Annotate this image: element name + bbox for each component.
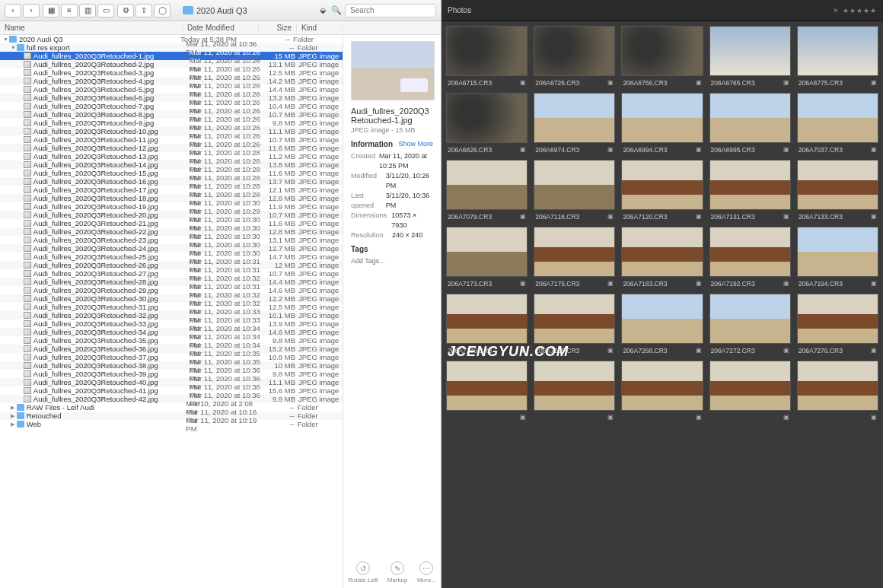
file-row[interactable]: Audi_fullres_2020Q3Retouched-4.jpgMar 11… [0,77,343,85]
thumbnail[interactable]: 206A6756.CR3▣ [621,26,703,87]
file-row[interactable]: Audi_fullres_2020Q3Retouched-32.jpgMar 1… [0,311,343,319]
arrange-button[interactable]: ⚙ [117,4,134,17]
col-date[interactable]: Date Modified [183,24,259,32]
thumbnail[interactable]: 206A6994.CR3▣ [621,93,703,154]
file-list[interactable]: ▼2020 Audi Q3Today at 5:38 PM--Folder▼fu… [0,35,343,588]
file-row[interactable]: Audi_fullres_2020Q3Retouched-13.jpgMar 1… [0,152,343,161]
file-row[interactable]: Audi_fullres_2020Q3Retouched-33.jpgMar 1… [0,319,343,328]
file-row[interactable]: Audi_fullres_2020Q3Retouched-23.jpgMar 1… [0,236,343,244]
share-button[interactable]: ⇪ [135,4,152,17]
file-row[interactable]: Audi_fullres_2020Q3Retouched-9.jpgMar 11… [0,119,343,127]
file-row[interactable]: Audi_fullres_2020Q3Retouched-35.jpgMar 1… [0,336,343,345]
thumbnail[interactable]: ▣ [446,361,528,421]
rotate-left-button[interactable]: ↺Rotate Left [348,561,378,583]
file-row[interactable]: ▶RetouchedMar 11, 2020 at 10:16 PM--Fold… [0,412,343,420]
file-row[interactable]: Audi_fullres_2020Q3Retouched-20.jpgMar 1… [0,211,343,219]
file-row[interactable]: ▼2020 Audi Q3Today at 5:38 PM--Folder [0,35,343,43]
file-row[interactable]: ▶WebMar 11, 2020 at 10:19 PM--Folder [0,420,343,428]
file-row[interactable]: ▶RAW Files - Leif AudiMar 10, 2020 at 2:… [0,403,343,412]
file-row[interactable]: Audi_fullres_2020Q3Retouched-3.jpgMar 11… [0,68,343,77]
thumbnail[interactable]: 206A7120.CR3▣ [621,160,703,221]
view-column-button[interactable]: ▥ [79,4,96,17]
more-button[interactable]: ⋯More... [417,561,436,583]
tags-input[interactable] [351,257,433,265]
thumbnail[interactable]: 206A7116.CR3▣ [534,160,615,221]
view-gallery-button[interactable]: ▭ [97,4,114,17]
markup-button[interactable]: ✎Markup [387,561,408,583]
thumbnail[interactable]: 206A7133.CR3▣ [797,160,878,221]
thumbnail[interactable]: 206A6826.CR3▣ [446,93,528,154]
file-row[interactable]: Audi_fullres_2020Q3Retouched-6.jpgMar 11… [0,94,343,102]
file-row[interactable]: Audi_fullres_2020Q3Retouched-40.jpgMar 1… [0,378,343,386]
file-row[interactable]: Audi_fullres_2020Q3Retouched-5.jpgMar 11… [0,85,343,94]
file-row[interactable]: Audi_fullres_2020Q3Retouched-10.jpgMar 1… [0,127,343,135]
file-row[interactable]: Audi_fullres_2020Q3Retouched-21.jpgMar 1… [0,219,343,227]
file-row[interactable]: Audi_fullres_2020Q3Retouched-39.jpgMar 1… [0,370,343,378]
tag-button[interactable]: ◯ [154,4,171,17]
file-row[interactable]: Audi_fullres_2020Q3Retouched-11.jpgMar 1… [0,135,343,144]
thumbnail[interactable]: 206A7175.CR3▣ [534,227,615,288]
file-row[interactable]: Audi_fullres_2020Q3Retouched-22.jpgMar 1… [0,227,343,236]
thumbnail[interactable]: 206A7268.CR3▣ [621,294,703,354]
file-row[interactable]: Audi_fullres_2020Q3Retouched-18.jpgMar 1… [0,194,343,202]
col-size[interactable]: Size [259,24,297,32]
thumbnail[interactable]: 206A7173.CR3▣ [446,227,528,288]
thumbnail[interactable]: 206A7192.CR3▣ [709,227,791,288]
rating-filter[interactable]: ✕ ★★★★★ [833,7,877,14]
col-kind[interactable]: Kind [297,24,343,32]
view-list-button[interactable]: ≡ [61,4,78,17]
photos-tab[interactable]: Photos [448,6,471,14]
file-row[interactable]: Audi_fullres_2020Q3Retouched-26.jpgMar 1… [0,261,343,269]
dropbox-icon[interactable]: ⬙ [317,5,328,16]
thumbnail[interactable]: 206A6995.CR3▣ [709,93,791,154]
file-row[interactable]: Audi_fullres_2020Q3Retouched-27.jpgMar 1… [0,269,343,278]
thumbnail[interactable]: 206A6765.CR3▣ [709,26,791,87]
file-row[interactable]: Audi_fullres_2020Q3Retouched-17.jpgMar 1… [0,186,343,194]
file-row[interactable]: Audi_fullres_2020Q3Retouched-24.jpgMar 1… [0,244,343,253]
thumbnail[interactable]: ▣ [621,361,703,421]
file-row[interactable]: Audi_fullres_2020Q3Retouched-34.jpgMar 1… [0,328,343,336]
thumbnail[interactable]: 206A6715.CR3▣ [446,26,528,87]
show-more-link[interactable]: Show More [398,140,433,148]
thumbnail[interactable]: 206A6726.CR3▣ [534,26,615,87]
thumbnail-grid[interactable]: 206A6715.CR3▣206A6726.CR3▣206A6756.CR3▣2… [442,21,883,588]
file-row[interactable]: Audi_fullres_2020Q3Retouched-41.jpgMar 1… [0,386,343,395]
forward-button[interactable]: › [23,4,40,17]
thumbnail[interactable]: 206A7079.CR3▣ [446,160,528,221]
file-row[interactable]: Audi_fullres_2020Q3Retouched-8.jpgMar 11… [0,110,343,119]
thumbnail[interactable]: ▣ [797,361,878,421]
file-row[interactable]: Audi_fullres_2020Q3Retouched-16.jpgMar 1… [0,177,343,186]
thumbnail[interactable]: ▣ [709,361,791,421]
file-row[interactable]: Audi_fullres_2020Q3Retouched-1.jpgMar 11… [0,52,343,60]
file-row[interactable]: Audi_fullres_2020Q3Retouched-12.jpgMar 1… [0,144,343,152]
file-row[interactable]: Audi_fullres_2020Q3Retouched-28.jpgMar 1… [0,278,343,286]
file-row[interactable]: ▼full res exportMar 11, 2020 at 10:36 PM… [0,43,343,52]
thumbnail[interactable]: ▣ [534,361,615,421]
file-row[interactable]: Audi_fullres_2020Q3Retouched-2.jpgMar 11… [0,60,343,68]
thumbnail[interactable]: 206A6974.CR3▣ [534,93,615,154]
col-name[interactable]: Name [0,24,183,32]
file-row[interactable]: Audi_fullres_2020Q3Retouched-15.jpgMar 1… [0,169,343,177]
file-row[interactable]: Audi_fullres_2020Q3Retouched-36.jpgMar 1… [0,345,343,353]
file-row[interactable]: Audi_fullres_2020Q3Retouched-7.jpgMar 11… [0,102,343,110]
file-row[interactable]: Audi_fullres_2020Q3Retouched-42.jpgMar 1… [0,395,343,403]
file-row[interactable]: Audi_fullres_2020Q3Retouched-38.jpgMar 1… [0,361,343,370]
file-row[interactable]: Audi_fullres_2020Q3Retouched-30.jpgMar 1… [0,294,343,303]
file-row[interactable]: Audi_fullres_2020Q3Retouched-19.jpgMar 1… [0,202,343,211]
file-row[interactable]: Audi_fullres_2020Q3Retouched-37.jpgMar 1… [0,353,343,361]
path-bar[interactable]: 2020 Audi Q3 [183,6,247,15]
file-row[interactable]: Audi_fullres_2020Q3Retouched-29.jpgMar 1… [0,286,343,294]
thumbnail[interactable]: 206A6775.CR3▣ [797,26,878,87]
view-icon-button[interactable]: ▦ [43,4,59,17]
thumbnail[interactable]: 206A7272.CR3▣ [709,294,791,354]
file-row[interactable]: Audi_fullres_2020Q3Retouched-14.jpgMar 1… [0,161,343,169]
thumbnail[interactable]: 206A7183.CR3▣ [621,227,703,288]
thumbnail[interactable]: 206A7276.CR3▣ [797,294,878,354]
back-button[interactable]: ‹ [5,4,21,17]
thumbnail[interactable]: 206A7194.CR3▣ [797,227,878,288]
thumbnail[interactable]: 206A7131.CR3▣ [709,160,791,221]
file-row[interactable]: Audi_fullres_2020Q3Retouched-31.jpgMar 1… [0,303,343,311]
file-row[interactable]: Audi_fullres_2020Q3Retouched-25.jpgMar 1… [0,253,343,261]
search-input[interactable] [345,4,436,17]
thumbnail[interactable]: 206A7037.CR3▣ [797,93,878,154]
